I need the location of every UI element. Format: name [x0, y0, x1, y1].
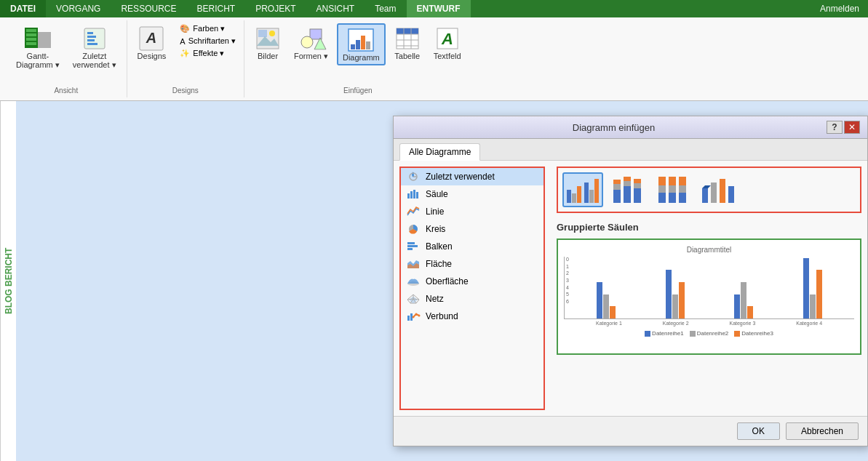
chart-types-panel: Zuletzt verwendet Säule [399, 167, 545, 410]
cat-label-2: Kategorie 2 [663, 321, 689, 326]
chart-preview-area: Diagrammtitel 6 5 4 3 2 1 0 [557, 238, 861, 355]
svg-rect-22 [356, 40, 360, 49]
svg-rect-80 [669, 177, 676, 185]
svg-rect-1 [38, 32, 51, 48]
svg-rect-66 [613, 190, 621, 203]
bilder-button[interactable]: Bilder [250, 23, 285, 63]
bar-3-s3 [747, 306, 753, 318]
svg-rect-84 [702, 188, 708, 203]
dialog-help-button[interactable]: ? [827, 121, 843, 134]
formen-label: Formen ▾ [294, 52, 328, 61]
svg-rect-44 [407, 248, 413, 250]
cancel-button[interactable]: Abbrechen [786, 422, 859, 440]
chart-bars: 6 5 4 3 2 1 0 [564, 257, 854, 319]
effekte-label: Effekte ▾ [193, 49, 224, 58]
ok-button[interactable]: OK [737, 422, 780, 440]
legend-color-1 [645, 331, 650, 337]
bar-1-s3 [610, 306, 616, 318]
textfeld-icon: A [434, 25, 461, 52]
bar-1-s2 [603, 294, 609, 318]
svg-rect-24 [366, 41, 370, 49]
svg-rect-88 [720, 179, 725, 203]
designs-button[interactable]: A Designs [133, 23, 171, 63]
svg-rect-73 [634, 183, 641, 188]
designs-group-label: Designs [133, 85, 238, 95]
tab-entwurf[interactable]: ENTWURF [407, 0, 471, 17]
subtype-stacked[interactable] [608, 172, 648, 207]
farben-icon: 🎨 [180, 24, 190, 33]
chart-group-1 [572, 282, 641, 318]
formen-icon [298, 25, 324, 52]
chart-preview-title: Diagrammtitel [564, 246, 854, 254]
gantt-diagramm-button[interactable]: Gantt-Diagramm ▾ [12, 23, 64, 72]
diagramm-button[interactable]: Diagramm [337, 23, 386, 65]
textfeld-button[interactable]: A Textfeld [429, 23, 466, 63]
x-axis-labels: Kategorie 1 Kategorie 2 Kategorie 3 Kate… [564, 319, 854, 327]
svg-rect-4 [26, 38, 36, 41]
svg-rect-43 [407, 245, 418, 247]
bar-4-s2 [810, 294, 816, 318]
tab-vorgang[interactable]: VORGANG [46, 0, 111, 17]
login-btn[interactable]: Anmelden [820, 4, 868, 14]
svg-rect-26 [397, 28, 418, 34]
tab-bericht[interactable]: BERICHT [186, 0, 245, 17]
bar-2-s1 [666, 270, 672, 318]
svg-rect-74 [634, 179, 641, 183]
svg-rect-6 [84, 28, 105, 49]
schriftarten-label: Schriftarten ▾ [188, 36, 236, 46]
svg-marker-85 [702, 185, 711, 188]
chart-type-saeule[interactable]: Säule [401, 185, 544, 203]
svg-text:A: A [441, 30, 453, 48]
chart-type-flaeche[interactable]: Fläche [401, 255, 544, 273]
tab-ressource[interactable]: RESSOURCE [111, 0, 186, 17]
svg-rect-89 [728, 186, 734, 203]
chart-type-linie[interactable]: Linie [401, 203, 544, 220]
chart-type-verbund[interactable]: Verbund [401, 308, 544, 325]
svg-rect-87 [711, 183, 717, 203]
einfuegen-label: Einfügen [250, 85, 466, 95]
chart-type-zuletzt[interactable]: Zuletzt verwendet [401, 168, 544, 185]
subtype-100pct[interactable] [653, 172, 693, 207]
effekte-button[interactable]: ✨ Effekte ▾ [178, 48, 238, 59]
netz-icon [407, 294, 420, 304]
svg-rect-83 [679, 177, 686, 185]
schriftarten-button[interactable]: A Schriftarten ▾ [178, 36, 238, 47]
effekte-icon: ✨ [180, 49, 190, 58]
chart-type-kreis[interactable]: Kreis [401, 220, 544, 238]
svg-rect-3 [26, 33, 36, 36]
chart-group-3 [709, 282, 779, 318]
svg-rect-72 [634, 188, 641, 203]
zuletzt-verwendet-button[interactable]: Zuletztverwendet ▾ [68, 23, 121, 72]
tabelle-button[interactable]: Tabelle [390, 23, 425, 63]
tab-datei[interactable]: DATEI [0, 0, 46, 17]
svg-rect-7 [87, 32, 93, 34]
tab-team[interactable]: Team [365, 0, 406, 17]
chart-type-oberflaeche[interactable]: Oberfläche [401, 273, 544, 290]
svg-rect-69 [624, 186, 631, 203]
subtype-3d[interactable] [698, 172, 738, 207]
bilder-label: Bilder [258, 52, 278, 60]
gantt-label: Gantt-Diagramm ▾ [16, 52, 60, 70]
svg-rect-63 [584, 183, 589, 203]
formen-button[interactable]: Formen ▾ [290, 23, 333, 63]
farben-button[interactable]: 🎨 Farben ▾ [178, 23, 238, 34]
chart-type-netz[interactable]: Netz [401, 290, 544, 308]
tab-projekt[interactable]: PROJEKT [245, 0, 306, 17]
dialog-close-button[interactable]: ✕ [844, 121, 860, 134]
svg-rect-23 [361, 36, 365, 49]
tab-alle-diagramme[interactable]: Alle Diagramme [399, 143, 480, 161]
chart-canvas: 6 5 4 3 2 1 0 [564, 257, 854, 337]
tab-ansicht[interactable]: ANSICHT [306, 0, 365, 17]
chart-type-balken[interactable]: Balken [401, 238, 544, 255]
gantt-diagramm-icon [25, 25, 51, 52]
svg-point-58 [415, 313, 418, 316]
svg-rect-82 [679, 185, 686, 193]
subtype-grouped[interactable] [562, 172, 603, 207]
legend-label-3: Datenreihe3 [741, 330, 773, 337]
diagramm-label: Diagramm [343, 53, 380, 62]
verbund-icon [407, 311, 420, 321]
svg-rect-81 [679, 193, 686, 203]
flaeche-label: Fläche [426, 259, 452, 269]
svg-rect-78 [669, 193, 676, 203]
cat-label-4: Kategorie 4 [796, 321, 822, 326]
